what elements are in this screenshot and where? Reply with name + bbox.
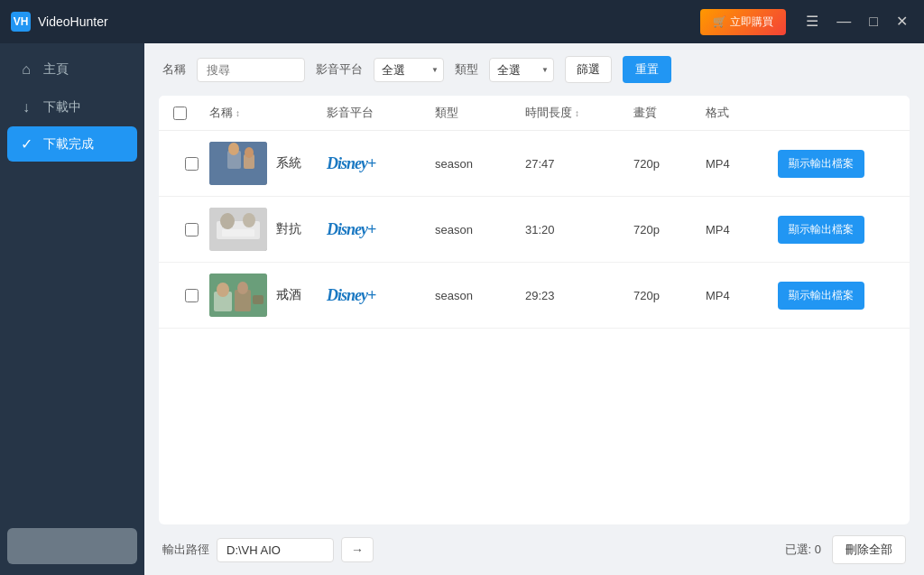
row-1-duration: 27:47 [525, 157, 633, 171]
row-1-platform: Disney+ [327, 154, 435, 173]
download-icon: ↓ [18, 99, 34, 116]
row-1-quality: 720p [633, 157, 706, 171]
disney-logo-1: Disney+ [327, 154, 375, 172]
bottom-bar: 輸出路徑 → 已選: 0 刪除全部 [144, 524, 924, 575]
table-row: 戒酒 Disney+ season 29:23 720p MP4 顯示輸出檔案 [159, 263, 910, 329]
filter-button[interactable]: 篩選 [565, 56, 612, 83]
menu-button[interactable]: ☰ [800, 13, 824, 31]
content-area: 名稱 影音平台 全選 Disney+ 類型 全選 season 篩選 重置 [144, 43, 924, 575]
row-2-thumbnail [209, 208, 267, 251]
row-3-name-cell: 戒酒 [209, 274, 327, 317]
title-bar: VH VideoHunter 🛒 立即購買 ☰ — □ ✕ [0, 0, 924, 43]
sidebar: ⌂ 主頁 ↓ 下載中 ✓ 下載完成 [0, 43, 144, 575]
row-1-checkbox[interactable] [185, 157, 199, 171]
reset-button[interactable]: 重置 [623, 56, 671, 83]
show-file-button-3[interactable]: 顯示輸出檔案 [778, 282, 864, 310]
select-all-checkbox[interactable] [173, 107, 187, 120]
sidebar-item-downloading[interactable]: ↓ 下載中 [0, 88, 144, 126]
row-2-checkbox[interactable] [185, 223, 199, 236]
output-path: 輸出路徑 → [162, 537, 374, 562]
close-button[interactable]: ✕ [891, 13, 913, 31]
show-file-button-2[interactable]: 顯示輸出檔案 [778, 216, 864, 244]
row-2-type: season [435, 223, 525, 236]
table-body: 系統 Disney+ season 27:47 720p MP4 顯示輸出檔案 [159, 131, 910, 524]
type-select[interactable]: 全選 season [489, 58, 554, 82]
row-3-thumbnail [209, 274, 267, 317]
maximize-button[interactable]: □ [864, 13, 883, 31]
row-1-title: 系統 [276, 155, 301, 172]
platform-select[interactable]: 全選 Disney+ [374, 58, 444, 82]
row-3-duration: 29:23 [525, 289, 633, 302]
type-label: 類型 [455, 61, 478, 78]
window-controls: ☰ — □ ✕ [800, 13, 913, 31]
header-duration: 時間長度 ↕ [525, 105, 633, 121]
sidebar-item-downloading-label: 下載中 [43, 99, 81, 116]
home-icon: ⌂ [18, 61, 34, 78]
disney-logo-2: Disney+ [327, 220, 375, 238]
row-2-quality: 720p [633, 223, 706, 236]
sidebar-item-home[interactable]: ⌂ 主頁 [0, 51, 144, 88]
delete-all-button[interactable]: 刪除全部 [832, 535, 906, 564]
minimize-button[interactable]: — [831, 13, 856, 31]
platform-label: 影音平台 [316, 61, 363, 78]
row-1-thumbnail [209, 142, 267, 185]
header-platform: 影音平台 [327, 105, 435, 121]
header-name-label: 名稱 [209, 105, 233, 121]
header-quality: 畫質 [633, 105, 706, 121]
table-row: 對抗 Disney+ season 31:20 720p MP4 顯示輸出檔案 [159, 197, 910, 263]
table-header: 名稱 ↕ 影音平台 類型 時間長度 ↕ 畫質 格式 [159, 96, 910, 131]
row-3-title: 戒酒 [276, 287, 301, 303]
sidebar-item-home-label: 主頁 [43, 61, 69, 78]
folder-icon: → [351, 543, 364, 557]
sidebar-item-downloaded[interactable]: ✓ 下載完成 [7, 126, 137, 162]
search-input[interactable] [197, 58, 305, 82]
svg-rect-15 [253, 295, 263, 304]
header-checkbox-cell [173, 105, 209, 121]
check-icon: ✓ [18, 135, 34, 153]
output-label: 輸出路徑 [162, 542, 209, 558]
svg-point-4 [245, 147, 254, 158]
svg-point-8 [243, 213, 255, 227]
row-3-format: MP4 [706, 289, 778, 302]
header-duration-label: 時間長度 [525, 105, 572, 121]
row-1-name-cell: 系統 [209, 142, 327, 185]
sidebar-bottom-box [7, 528, 137, 564]
title-bar-right: 🛒 立即購買 ☰ — □ ✕ [700, 9, 913, 35]
svg-point-7 [220, 213, 235, 229]
show-file-button-1[interactable]: 顯示輸出檔案 [778, 150, 864, 178]
header-name: 名稱 ↕ [209, 105, 327, 121]
row-2-duration: 31:20 [525, 223, 633, 236]
table-row: 系統 Disney+ season 27:47 720p MP4 顯示輸出檔案 [159, 131, 910, 197]
open-folder-button[interactable]: → [341, 537, 374, 562]
main-layout: ⌂ 主頁 ↓ 下載中 ✓ 下載完成 名稱 影音平台 全選 Disney+ [0, 43, 924, 575]
sort-duration-icon: ↕ [575, 108, 579, 118]
row-2-platform: Disney+ [327, 220, 435, 239]
row-checkbox-3 [173, 289, 209, 302]
row-checkbox-1 [173, 157, 209, 171]
header-action [778, 105, 895, 121]
app-title: VideoHunter [38, 14, 108, 29]
cart-icon: 🛒 [713, 15, 726, 28]
buy-label: 立即購買 [730, 14, 773, 30]
row-3-platform: Disney+ [327, 286, 435, 305]
output-path-input[interactable] [217, 538, 334, 562]
sort-arrow-icon: ↕ [236, 108, 240, 118]
disney-logo-3: Disney+ [327, 286, 375, 304]
title-bar-left: VH VideoHunter [11, 12, 108, 32]
selected-count: 已選: 0 [785, 542, 821, 558]
row-2-title: 對抗 [276, 221, 301, 237]
name-label: 名稱 [162, 61, 186, 78]
header-quality-label: 畫質 [633, 105, 657, 121]
app-logo: VH [11, 12, 31, 32]
row-1-action: 顯示輸出檔案 [778, 150, 895, 178]
svg-rect-9 [222, 229, 254, 236]
buy-button[interactable]: 🛒 立即購買 [700, 9, 786, 35]
sidebar-bottom [0, 517, 144, 575]
row-1-type: season [435, 157, 525, 171]
row-2-action: 顯示輸出檔案 [778, 216, 895, 244]
row-2-format: MP4 [706, 223, 778, 236]
svg-point-3 [228, 143, 239, 155]
header-format: 格式 [706, 105, 778, 121]
header-type-label: 類型 [435, 105, 458, 121]
row-3-checkbox[interactable] [185, 289, 199, 302]
